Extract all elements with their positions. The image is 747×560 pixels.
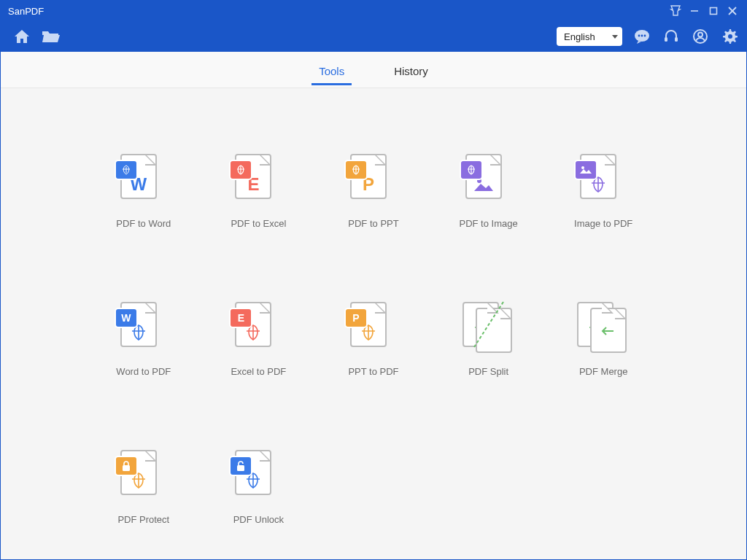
tab-tools[interactable]: Tools (316, 55, 347, 85)
image-to-pdf-icon (580, 154, 627, 205)
chevron-down-icon (612, 35, 618, 39)
ppt-to-pdf-icon: P (350, 302, 397, 353)
tool-ppt-to-pdf[interactable]: P PPT to PDF (326, 302, 421, 377)
language-value: English (564, 31, 595, 42)
tool-pdf-to-ppt[interactable]: P PDF to PPT (326, 154, 421, 229)
tool-label: Excel to PDF (231, 366, 286, 377)
svg-point-11 (698, 33, 703, 37)
tool-pdf-to-word[interactable]: W PDF to Word (96, 154, 191, 229)
minimize-button[interactable] (685, 3, 704, 19)
svg-point-13 (477, 179, 481, 183)
tool-label: PDF Unlock (233, 514, 284, 525)
toolbar: English (1, 21, 746, 52)
tool-label: PDF Split (468, 366, 508, 377)
svg-rect-8 (665, 37, 667, 42)
pdf-to-excel-icon: E (235, 154, 282, 205)
svg-line-15 (474, 302, 503, 347)
titlebar: SanPDF (1, 1, 746, 21)
settings-icon[interactable] (720, 27, 739, 46)
tool-word-to-pdf[interactable]: W Word to PDF (96, 302, 191, 377)
svg-rect-9 (675, 37, 678, 42)
maximize-button[interactable] (704, 3, 723, 19)
tool-label: PDF Merge (579, 366, 627, 377)
tool-label: Word to PDF (116, 366, 171, 377)
chat-icon[interactable] (632, 27, 651, 46)
tab-history[interactable]: History (391, 55, 431, 85)
tool-label: PPT to PDF (348, 366, 398, 377)
account-icon[interactable] (691, 27, 710, 46)
tool-label: PDF to Word (116, 218, 171, 229)
pdf-merge-icon (577, 302, 630, 353)
support-icon[interactable] (662, 27, 681, 46)
language-select[interactable]: English (557, 27, 622, 46)
svg-rect-1 (711, 8, 717, 15)
home-icon[interactable] (12, 27, 31, 46)
tab-bar: Tools History (1, 52, 746, 88)
theme-icon[interactable] (666, 3, 685, 19)
pdf-to-ppt-icon: P (350, 154, 397, 205)
svg-rect-17 (237, 465, 244, 471)
app-title: SanPDF (8, 6, 44, 17)
tool-label: PDF to Excel (231, 218, 286, 229)
app-window: SanPDF English (0, 0, 747, 560)
tool-pdf-merge[interactable]: PDF Merge (556, 302, 651, 377)
svg-point-14 (581, 166, 584, 169)
open-folder-icon[interactable] (42, 27, 61, 46)
tool-label: PDF to Image (459, 218, 517, 229)
tool-label: Image to PDF (574, 218, 632, 229)
tool-excel-to-pdf[interactable]: E Excel to PDF (212, 302, 306, 377)
tool-pdf-to-image[interactable]: PDF to Image (441, 154, 536, 229)
tool-pdf-protect[interactable]: PDF Protect (96, 450, 191, 525)
word-to-pdf-icon: W (120, 302, 167, 353)
svg-point-12 (728, 34, 732, 39)
tool-pdf-unlock[interactable]: PDF Unlock (212, 450, 306, 525)
content-area: W PDF to Word E PDF to Excel (1, 88, 746, 559)
svg-rect-16 (123, 465, 130, 471)
svg-point-7 (644, 35, 646, 37)
pdf-protect-icon (120, 450, 167, 501)
tool-pdf-split[interactable]: PDF Split (441, 302, 536, 377)
close-button[interactable] (723, 3, 742, 19)
pdf-to-image-icon (465, 154, 512, 205)
pdf-to-word-icon: W (120, 154, 167, 205)
tools-grid: W PDF to Word E PDF to Excel (96, 154, 651, 525)
pdf-split-icon (462, 302, 515, 353)
excel-to-pdf-icon: E (235, 302, 282, 353)
tool-pdf-to-excel[interactable]: E PDF to Excel (212, 154, 306, 229)
tool-image-to-pdf[interactable]: Image to PDF (556, 154, 651, 229)
tool-label: PDF to PPT (348, 218, 398, 229)
pdf-unlock-icon (235, 450, 282, 501)
tool-label: PDF Protect (117, 514, 169, 525)
svg-point-6 (641, 35, 643, 37)
svg-point-5 (638, 35, 640, 37)
